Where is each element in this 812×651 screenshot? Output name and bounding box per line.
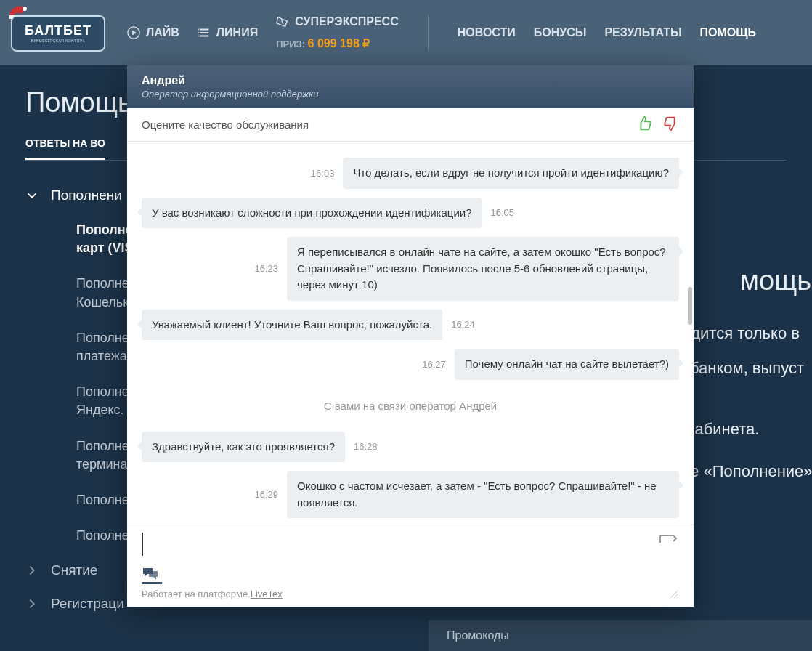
nav-bonuses[interactable]: БОНУСЫ — [534, 26, 587, 39]
chat-input-area — [127, 525, 694, 563]
nav-news[interactable]: НОВОСТИ — [458, 26, 516, 39]
chat-body[interactable]: 16:03 Что делать, если вдруг не получитс… — [127, 142, 694, 525]
chat-rate-bar: Оцените качество обслуживания — [127, 108, 694, 142]
thumbs-up-icon[interactable] — [636, 116, 652, 134]
message-bubble: Здравствуйте, как это проявляется? — [142, 432, 345, 463]
message-time: 16:05 — [491, 207, 515, 218]
message-bubble: Окошко с частом исчезает, а затем - "Ест… — [287, 471, 679, 518]
message-in: Здравствуйте, как это проявляется? 16:28 — [142, 432, 679, 463]
promo-bar[interactable]: Промокоды — [429, 620, 812, 651]
message-bubble: У вас возникают сложности при прохождени… — [142, 198, 482, 229]
chevron-right-icon — [25, 597, 38, 610]
message-out: 16:27 Почему онлайн чат на сайте вылетае… — [142, 349, 679, 380]
message-bubble: Что делать, если вдруг не получится прой… — [343, 158, 679, 189]
chat-agent-name: Андрей — [142, 74, 679, 87]
livetex-link[interactable]: LiveTex — [251, 589, 283, 599]
article-body-fragment: водится только в ы банком, выпуст о каби… — [674, 316, 812, 490]
chat-input[interactable] — [142, 533, 651, 556]
tab-faq[interactable]: ОТВЕТЫ НА ВО — [25, 137, 105, 160]
nav-results[interactable]: РЕЗУЛЬТАТЫ — [604, 26, 681, 39]
message-bubble: Я переписывался в онлайн чате на сайте, … — [287, 237, 679, 301]
chat-widget: Андрей Оператор информационной поддержки… — [127, 65, 694, 607]
chat-header: Андрей Оператор информационной поддержки — [127, 65, 694, 108]
send-icon[interactable] — [659, 534, 679, 554]
chat-agent-role: Оператор информационной поддержки — [142, 89, 679, 100]
nav-superexpress[interactable]: СУПЕРЭКСПРЕСС ПРИЗ: 6 099 198 ₽ — [276, 15, 399, 50]
nav-line[interactable]: ЛИНИЯ — [198, 26, 258, 39]
system-message: С вами на связи оператор Андрей — [142, 389, 679, 423]
message-time: 16:03 — [311, 168, 335, 179]
article-title-fragment: мощью б — [740, 265, 812, 296]
chat-footer: Работает на платформе LiveTex — [127, 584, 694, 607]
chevron-down-icon — [25, 189, 38, 202]
logo[interactable]: БАЛТБЕТ БУКМЕКЕРСКАЯ КОНТОРА — [11, 9, 105, 57]
svg-point-5 — [198, 36, 199, 37]
message-time: 16:24 — [451, 319, 475, 330]
svg-point-4 — [198, 32, 199, 33]
message-bubble: Почему онлайн чат на сайте вылетает?) — [455, 349, 679, 380]
nav-separator — [428, 15, 429, 51]
ticket-icon — [276, 15, 289, 28]
message-in: Уважаемый клиент! Уточните Ваш вопрос, п… — [142, 310, 679, 341]
logo-subtext: БУКМЕКЕРСКАЯ КОНТОРА — [31, 39, 86, 43]
message-in: У вас возникают сложности при прохождени… — [142, 198, 679, 229]
chat-rate-prompt: Оцените качество обслуживания — [142, 118, 309, 131]
thumbs-down-icon[interactable] — [663, 116, 679, 134]
message-bubble: Уважаемый клиент! Уточните Ваш вопрос, п… — [142, 310, 442, 341]
list-icon — [198, 26, 211, 39]
resize-grip-icon[interactable] — [669, 589, 679, 599]
chat-tab-icon[interactable] — [142, 567, 162, 584]
svg-point-0 — [23, 7, 27, 11]
message-time: 16:23 — [254, 263, 278, 274]
message-time: 16:28 — [354, 441, 378, 452]
nav-help[interactable]: ПОМОЩЬ — [700, 26, 757, 39]
message-time: 16:27 — [422, 359, 446, 370]
logo-text: БАЛТБЕТ — [25, 23, 92, 39]
prize-label: ПРИЗ: — [276, 39, 305, 49]
chat-footer-tabs — [127, 563, 694, 584]
scrollbar-thumb[interactable] — [688, 287, 692, 325]
message-out: 16:29 Окошко с частом исчезает, а затем … — [142, 471, 679, 518]
message-out: 16:03 Что делать, если вдруг не получитс… — [142, 158, 679, 189]
svg-point-3 — [198, 29, 199, 31]
message-out: 16:23 Я переписывался в онлайн чате на с… — [142, 237, 679, 301]
chat-footer-text: Работает на платформе — [142, 589, 251, 599]
prize-value: 6 099 198 ₽ — [308, 37, 370, 49]
message-time: 16:29 — [254, 489, 278, 500]
chevron-right-icon — [25, 564, 38, 577]
nav-live[interactable]: ЛАЙВ — [127, 26, 179, 39]
play-icon — [127, 26, 140, 39]
topbar: БАЛТБЕТ БУКМЕКЕРСКАЯ КОНТОРА ЛАЙВ ЛИНИЯ … — [0, 0, 812, 65]
